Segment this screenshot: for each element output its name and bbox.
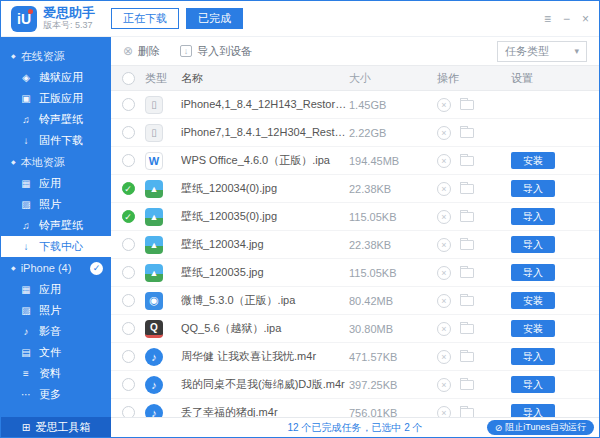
toolbox-button[interactable]: ⊞ 爱思工具箱	[1, 417, 111, 437]
remove-task-icon[interactable]: ×	[437, 238, 451, 252]
import-to-device-button[interactable]: ↓ 导入到设备	[180, 44, 252, 59]
row-settings-cell: 导入	[511, 180, 599, 197]
open-folder-icon[interactable]	[460, 408, 474, 418]
row-checkbox[interactable]: ✓	[122, 182, 135, 195]
table-row[interactable]: ▯iPhone4,1_8.4_12H143_Restore.ipsw1.45GB…	[111, 91, 599, 119]
table-row[interactable]: QQQ_5.6（越狱）.ipa30.80MB×安装	[111, 315, 599, 343]
table-row[interactable]: ◉微博_5.3.0（正版）.ipa80.42MB×安装	[111, 287, 599, 315]
sidebar-item-label: 影音	[39, 324, 61, 339]
remove-task-icon[interactable]: ×	[437, 322, 451, 336]
toolbar: ⊗ 删除 ↓ 导入到设备 任务类型 ▾	[111, 37, 599, 65]
remove-task-icon[interactable]: ×	[437, 210, 451, 224]
remove-task-icon[interactable]: ×	[437, 98, 451, 112]
row-action-button[interactable]: 导入	[511, 208, 555, 225]
row-action-button[interactable]: 安装	[511, 152, 555, 169]
remove-task-icon[interactable]: ×	[437, 294, 451, 308]
remove-task-icon[interactable]: ×	[437, 182, 451, 196]
sidebar-item-device-photos[interactable]: ▨照片	[1, 300, 111, 321]
row-type-cell: ▯	[145, 96, 181, 114]
open-folder-icon[interactable]	[460, 128, 474, 138]
row-select-cell	[111, 322, 145, 335]
remove-task-icon[interactable]: ×	[437, 126, 451, 140]
row-type-cell: ▯	[145, 124, 181, 142]
sidebar-item-genuine-apps[interactable]: ▣正版应用	[1, 88, 111, 109]
row-checkbox[interactable]	[122, 126, 135, 139]
table-row[interactable]: ♪我的同桌不是我(海绵威)DJ版.m4r397.25KB×导入	[111, 371, 599, 399]
block-itunes-toggle[interactable]: ⊘ 阻止iTunes自动运行	[487, 420, 594, 435]
table-row[interactable]: ▲壁纸_120034.jpg22.38KB×导入	[111, 231, 599, 259]
row-checkbox[interactable]	[122, 266, 135, 279]
tab-downloading[interactable]: 正在下载	[111, 8, 179, 29]
row-checkbox[interactable]	[122, 350, 135, 363]
file-name: 壁纸_120034(0).jpg	[181, 175, 349, 202]
sidebar-item-online-ringtones-wallpapers[interactable]: ♫铃声壁纸	[1, 109, 111, 130]
sidebar-item-local-apps[interactable]: ▦应用	[1, 173, 111, 194]
open-folder-icon[interactable]	[460, 100, 474, 110]
sidebar-item-device-apps[interactable]: ▦应用	[1, 279, 111, 300]
row-checkbox[interactable]	[122, 238, 135, 251]
sidebar-item-jailbreak-apps[interactable]: ◈越狱应用	[1, 67, 111, 88]
open-folder-icon[interactable]	[460, 352, 474, 362]
row-checkbox[interactable]	[122, 98, 135, 111]
open-folder-icon[interactable]	[460, 240, 474, 250]
row-checkbox[interactable]	[122, 378, 135, 391]
row-action-button[interactable]: 安装	[511, 292, 555, 309]
select-all-checkbox[interactable]	[122, 72, 135, 85]
sidebar-item-label: 正版应用	[39, 91, 83, 106]
tab-completed[interactable]: 已完成	[186, 8, 243, 29]
remove-task-icon[interactable]: ×	[437, 266, 451, 280]
open-folder-icon[interactable]	[460, 380, 474, 390]
table-row[interactable]: WWPS Office_4.6.0（正版）.ipa194.45MB×安装	[111, 147, 599, 175]
remove-task-icon[interactable]: ×	[437, 154, 451, 168]
row-checkbox[interactable]	[122, 322, 135, 335]
menu-icon[interactable]: ≡	[544, 12, 551, 26]
sidebar-item-device-data[interactable]: ≡资料	[1, 363, 111, 384]
row-action-button[interactable]: 导入	[511, 236, 555, 253]
toolbox-icon: ⊞	[22, 422, 30, 433]
main-panel: ⊗ 删除 ↓ 导入到设备 任务类型 ▾ 类型 名称 大小	[111, 37, 599, 417]
table-row[interactable]: ✓▲壁纸_120034(0).jpg22.38KB×导入	[111, 175, 599, 203]
minimize-icon[interactable]: −	[563, 12, 570, 26]
task-type-dropdown[interactable]: 任务类型 ▾	[497, 41, 587, 62]
table-row[interactable]: ♪周华健 让我欢喜让我忧.m4r471.57KB×导入	[111, 343, 599, 371]
sidebar-item-device-media[interactable]: ♪影音	[1, 321, 111, 342]
remove-task-icon[interactable]: ×	[437, 378, 451, 392]
row-checkbox[interactable]	[122, 294, 135, 307]
sidebar-item-download-center[interactable]: ↓下载中心	[1, 236, 111, 257]
open-folder-icon[interactable]	[460, 212, 474, 222]
file-size: 115.05KB	[349, 211, 437, 223]
open-folder-icon[interactable]	[460, 268, 474, 278]
file-name: 微博_5.3.0（正版）.ipa	[181, 287, 349, 314]
row-action-button[interactable]: 导入	[511, 348, 555, 365]
row-checkbox[interactable]: ✓	[122, 210, 135, 223]
sidebar-item-local-photos[interactable]: ▨照片	[1, 194, 111, 215]
table-row[interactable]: ✓▲壁纸_120035(0).jpg115.05KB×导入	[111, 203, 599, 231]
sidebar-section-iphone-device[interactable]: ◆iPhone (4)✓	[1, 257, 111, 279]
table-row[interactable]: ▯iPhone7,1_8.4.1_12H304_Restore.ipsw2.22…	[111, 119, 599, 147]
row-checkbox[interactable]	[122, 154, 135, 167]
file-size: 22.38KB	[349, 183, 437, 195]
delete-button[interactable]: ⊗ 删除	[123, 44, 160, 59]
open-folder-icon[interactable]	[460, 324, 474, 334]
open-folder-icon[interactable]	[460, 184, 474, 194]
row-action-button[interactable]: 安装	[511, 320, 555, 337]
sidebar-item-device-files[interactable]: ▤文件	[1, 342, 111, 363]
delete-button-label: 删除	[138, 44, 160, 59]
sidebar-item-local-ringtones-wallpapers[interactable]: ♫铃声壁纸	[1, 215, 111, 236]
close-icon[interactable]: ×	[582, 12, 589, 26]
sidebar-item-device-more[interactable]: ⋯更多	[1, 384, 111, 405]
select-all-cell	[111, 72, 145, 85]
toolbox-label: 爱思工具箱	[35, 420, 90, 435]
sidebar-item-firmware-download[interactable]: ↓固件下载	[1, 130, 111, 151]
row-action-button[interactable]: 导入	[511, 264, 555, 281]
open-folder-icon[interactable]	[460, 156, 474, 166]
remove-task-icon[interactable]: ×	[437, 350, 451, 364]
table-row[interactable]: ▲壁纸_120035.jpg115.05KB×导入	[111, 259, 599, 287]
row-action-button[interactable]: 导入	[511, 376, 555, 393]
row-action-button[interactable]: 导入	[511, 180, 555, 197]
row-select-cell	[111, 266, 145, 279]
row-type-cell: ♪	[145, 348, 181, 366]
open-folder-icon[interactable]	[460, 296, 474, 306]
row-settings-cell: 安装	[511, 292, 599, 309]
row-type-cell: Q	[145, 320, 181, 338]
